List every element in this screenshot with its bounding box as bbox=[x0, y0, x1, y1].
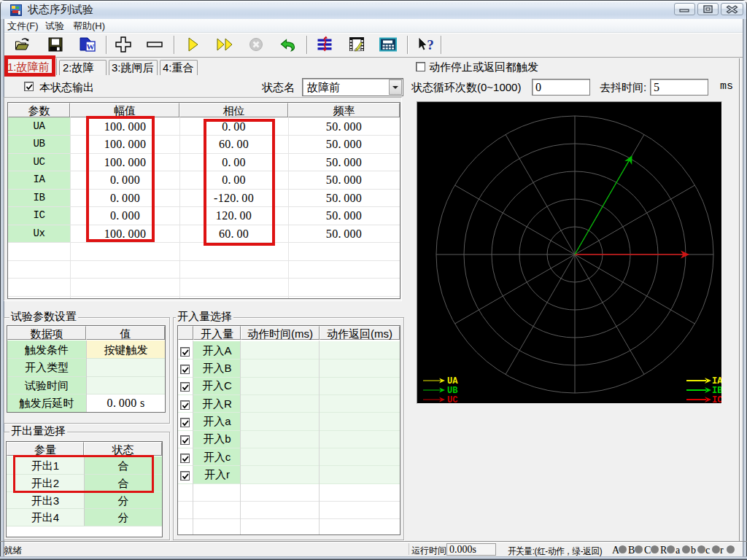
svg-text:UB: UB bbox=[447, 386, 457, 396]
svg-text:W: W bbox=[87, 42, 95, 51]
svg-text:IA: IA bbox=[712, 376, 722, 386]
svg-text:IB: IB bbox=[712, 386, 722, 396]
svg-text:?: ? bbox=[427, 37, 434, 52]
svg-text:UA: UA bbox=[447, 376, 458, 386]
svg-text:UC: UC bbox=[447, 395, 457, 404]
svg-text:IC: IC bbox=[712, 395, 722, 404]
